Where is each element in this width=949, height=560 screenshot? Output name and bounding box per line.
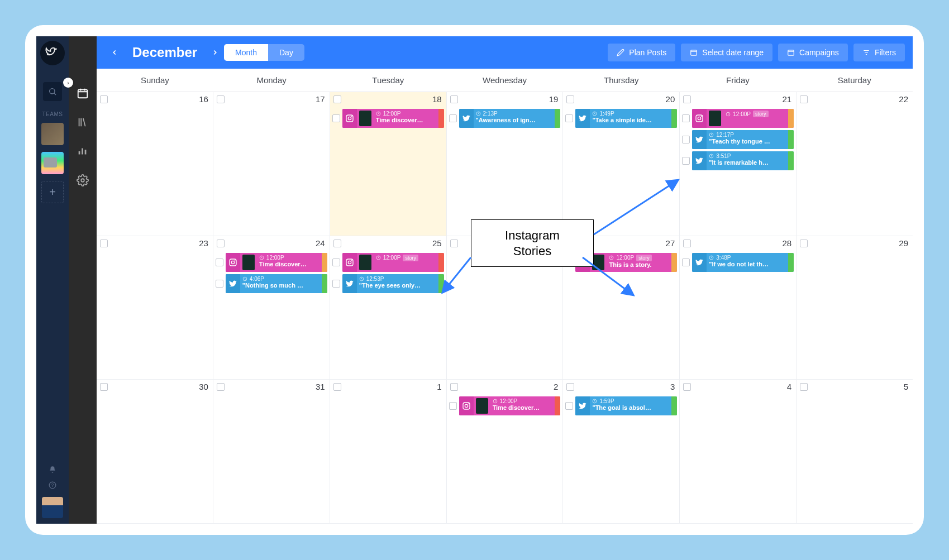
plan-posts-button[interactable]: Plan Posts — [608, 44, 675, 61]
next-month-button[interactable] — [209, 47, 221, 58]
day-number: 20 — [666, 94, 675, 104]
day-checkbox[interactable] — [566, 383, 574, 391]
calendar-day-cell[interactable]: 30 — [97, 380, 213, 524]
day-checkbox[interactable] — [800, 383, 808, 391]
instagram-event[interactable]: 12:00Pstory — [342, 253, 444, 272]
add-team-button[interactable]: + — [41, 181, 64, 203]
team-avatar-1[interactable] — [41, 123, 64, 145]
day-checkbox[interactable] — [100, 95, 108, 103]
app-logo[interactable] — [40, 41, 65, 65]
notifications-button[interactable] — [49, 466, 56, 476]
day-number: 3 — [670, 382, 675, 391]
event-checkbox[interactable] — [565, 402, 573, 410]
day-checkbox[interactable] — [566, 95, 574, 103]
calendar-day-cell[interactable]: 3 1:59P"The goal is absol… — [563, 380, 680, 524]
day-checkbox[interactable] — [450, 383, 458, 391]
event-checkbox[interactable] — [332, 280, 340, 288]
tool-analytics[interactable] — [76, 145, 89, 158]
event-row: 12:00PTime discover… — [332, 109, 444, 128]
filters-button[interactable]: Filters — [853, 44, 905, 61]
calendar-day-cell[interactable]: 18 12:00PTime discover… — [330, 92, 447, 236]
twitter-event[interactable]: 3:51P"It is remarkable h… — [692, 151, 794, 170]
calendar-day-cell[interactable]: 28 3:48P"If we do not let th… — [680, 236, 797, 380]
instagram-event[interactable]: 12:00PTime discover… — [226, 253, 327, 272]
tool-library[interactable] — [76, 116, 89, 129]
instagram-event[interactable]: 12:00PTime discover… — [342, 109, 444, 128]
day-checkbox[interactable] — [450, 95, 458, 103]
calendar-day-cell[interactable]: 19 2:13P"Awareness of ign… — [447, 92, 564, 236]
day-checkbox[interactable] — [333, 95, 341, 103]
calendar-day-cell[interactable]: 5 — [797, 380, 913, 524]
day-checkbox[interactable] — [333, 240, 341, 247]
event-checkbox[interactable] — [216, 259, 223, 266]
twitter-event[interactable]: 12:17P"Teach thy tongue … — [692, 130, 794, 149]
select-date-range-button[interactable]: Select date range — [681, 44, 772, 61]
event-checkbox[interactable] — [449, 402, 457, 410]
calendar-day-cell[interactable]: 17 — [213, 92, 330, 236]
day-checkbox[interactable] — [217, 240, 225, 247]
twitter-icon — [692, 130, 707, 149]
calendar-day-cell[interactable]: 22 — [797, 92, 913, 236]
day-checkbox[interactable] — [800, 240, 808, 247]
event-checkbox[interactable] — [682, 157, 690, 165]
help-button[interactable]: ? — [49, 481, 56, 491]
day-checkbox[interactable] — [800, 95, 808, 103]
day-checkbox[interactable] — [333, 383, 341, 391]
view-month-button[interactable]: Month — [224, 44, 268, 61]
calendar-day-cell[interactable]: 4 — [680, 380, 797, 524]
calendar-day-cell[interactable]: 20 1:49P"Take a simple ide… — [563, 92, 680, 236]
twitter-event[interactable]: 2:13P"Awareness of ign… — [459, 109, 561, 128]
tool-calendar[interactable] — [76, 87, 89, 100]
twitter-event[interactable]: 12:53P"The eye sees only… — [342, 274, 444, 293]
calendar-day-cell[interactable]: 29 — [797, 236, 913, 380]
view-day-button[interactable]: Day — [268, 44, 304, 61]
day-checkbox[interactable] — [450, 240, 458, 247]
event-time: 3:51P — [709, 153, 786, 159]
day-checkbox[interactable] — [100, 383, 108, 391]
prev-month-button[interactable] — [109, 47, 120, 58]
team-avatar-2[interactable] — [41, 152, 64, 174]
svg-point-15 — [701, 116, 702, 117]
instagram-event[interactable]: 12:00Pstory — [692, 109, 794, 128]
day-checkbox[interactable] — [683, 240, 691, 247]
user-avatar[interactable] — [42, 497, 63, 518]
day-checkbox[interactable] — [217, 95, 225, 103]
event-checkbox[interactable] — [216, 280, 223, 288]
event-checkbox[interactable] — [332, 259, 340, 266]
calendar-day-cell[interactable]: 25 12:00Pstory 12:53P"The eye sees only… — [330, 236, 447, 380]
calendar-day-cell[interactable]: 31 — [213, 380, 330, 524]
twitter-event[interactable]: 3:48P"If we do not let th… — [692, 253, 794, 272]
sidebar-tools — [69, 36, 97, 524]
calendar-day-cell[interactable]: 16 — [97, 92, 213, 236]
event-checkbox[interactable] — [682, 114, 690, 122]
day-checkbox[interactable] — [100, 240, 108, 247]
day-checkbox[interactable] — [217, 383, 225, 391]
twitter-event[interactable]: 4:06P"Nothing so much … — [226, 274, 327, 293]
sidebar-expand-toggle[interactable]: › — [63, 78, 73, 88]
instagram-event[interactable]: 12:00PTime discover… — [459, 396, 561, 415]
calendar-day-cell[interactable]: 2 12:00PTime discover… — [447, 380, 564, 524]
event-checkbox[interactable] — [565, 114, 573, 122]
twitter-icon — [692, 253, 707, 272]
event-text: 12:53P"The eye sees only… — [357, 274, 438, 293]
event-checkbox[interactable] — [682, 136, 690, 143]
calendar-day-cell[interactable]: 24 12:00PTime discover… 4:06P"Nothing so… — [213, 236, 330, 380]
event-title: "Take a simple ide… — [592, 117, 669, 124]
twitter-event[interactable]: 1:59P"The goal is absol… — [575, 396, 677, 415]
day-checkbox[interactable] — [683, 95, 691, 103]
day-header: Sunday — [97, 69, 213, 92]
campaigns-button[interactable]: Campaigns — [778, 44, 848, 61]
day-checkbox[interactable] — [683, 383, 691, 391]
twitter-event[interactable]: 1:49P"Take a simple ide… — [575, 109, 677, 128]
search-button[interactable] — [43, 82, 62, 101]
calendar-day-cell[interactable]: 21 12:00Pstory 12:17P"Teach thy tongue …… — [680, 92, 797, 236]
event-checkbox[interactable] — [332, 114, 340, 122]
calendar-day-cell[interactable]: 1 — [330, 380, 447, 524]
day-number: 31 — [316, 382, 325, 391]
tool-settings[interactable] — [76, 174, 89, 187]
calendar-day-cell[interactable]: 23 — [97, 236, 213, 380]
instagram-icon — [459, 396, 474, 415]
event-text: 1:49P"Take a simple ide… — [590, 109, 671, 128]
event-checkbox[interactable] — [682, 259, 690, 266]
event-checkbox[interactable] — [449, 114, 457, 122]
